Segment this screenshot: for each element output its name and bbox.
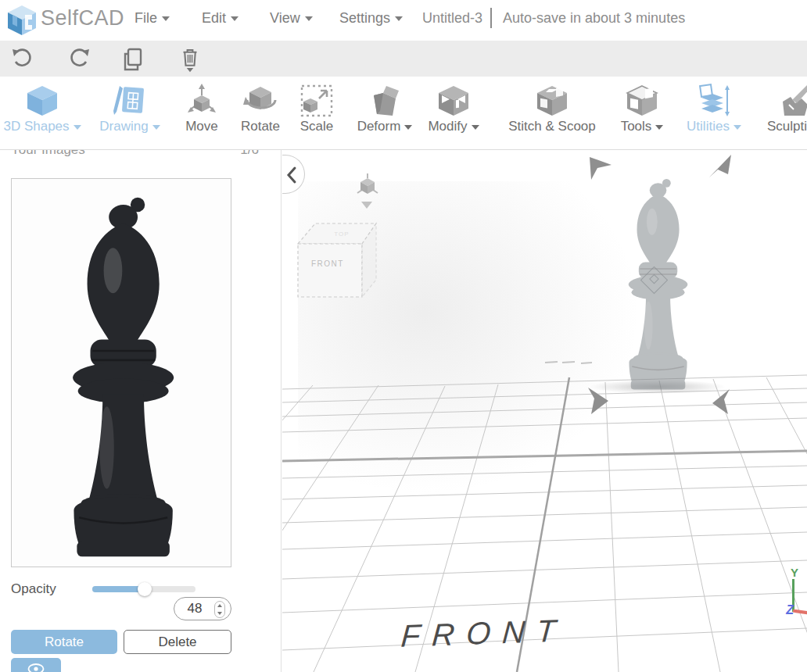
opacity-value[interactable]: 48 — [174, 601, 215, 617]
scale-icon — [299, 83, 335, 119]
opacity-slider-thumb[interactable] — [138, 582, 152, 596]
delete-button[interactable] — [177, 46, 203, 73]
opacity-slider[interactable] — [92, 586, 195, 592]
sculpting-icon — [777, 83, 807, 119]
menu-view[interactable]: View — [270, 10, 313, 27]
opacity-slider-fill — [92, 586, 144, 592]
rotate-image-button[interactable]: Rotate — [11, 630, 117, 654]
rotate-handle-bottom-left[interactable] — [586, 386, 613, 416]
chess-bishop-image — [18, 188, 224, 559]
eye-icon — [27, 663, 45, 672]
menu-edit[interactable]: Edit — [202, 10, 239, 27]
chevron-down-icon — [74, 125, 81, 130]
axis-z-label: Z — [786, 603, 794, 617]
quick-action-bar — [0, 41, 807, 77]
axis-widget-button[interactable] — [354, 172, 381, 198]
modify-icon — [436, 83, 472, 119]
redo-icon — [66, 46, 92, 73]
toolbar-utilities[interactable]: Utilities — [677, 81, 751, 147]
rotate-icon — [242, 83, 278, 119]
axis-y-label: Y — [791, 566, 798, 579]
toolbar-modify[interactable]: Modify — [422, 81, 485, 147]
pivot-inner-icon — [649, 274, 659, 284]
panel-title: Your Images — [11, 150, 85, 158]
visibility-toggle-button[interactable] — [11, 658, 61, 672]
opacity-number-input[interactable]: 48 — [174, 597, 231, 620]
chevron-down-icon — [655, 125, 663, 130]
document-title[interactable]: Untitled-3 — [422, 10, 482, 27]
view-cube-front-label[interactable]: FRONT — [298, 259, 357, 268]
chevron-down-icon — [733, 125, 741, 130]
chevron-down-icon — [404, 125, 412, 130]
chevron-down-icon — [162, 16, 170, 21]
panel-pager: 1/6 — [240, 150, 259, 158]
rotate-handle-top-right[interactable] — [708, 153, 734, 180]
toolbar-tools[interactable]: Tools — [615, 81, 669, 147]
move-icon — [184, 83, 220, 119]
chevron-down-icon — [152, 125, 160, 130]
undo-button[interactable] — [9, 46, 36, 73]
chevron-down-icon — [305, 16, 313, 21]
toolbar-deform[interactable]: Deform — [350, 81, 419, 147]
view-cube-top-label: TOP — [312, 231, 371, 238]
menu-file[interactable]: File — [134, 10, 170, 27]
chevron-down-icon — [395, 16, 403, 21]
delete-image-button[interactable]: Delete — [124, 630, 231, 654]
rotate-handle-bottom-right[interactable] — [709, 388, 736, 417]
selfcad-logo-icon — [6, 5, 38, 36]
trash-icon — [177, 46, 203, 73]
axis-gizmo: Y Z — [776, 566, 807, 625]
cube-icon — [24, 83, 60, 119]
chevron-down-icon — [231, 16, 239, 21]
step-down-icon — [217, 612, 222, 615]
redo-button[interactable] — [66, 46, 92, 73]
tools-icon — [624, 83, 660, 119]
drawing-icon — [112, 83, 148, 119]
chevron-left-icon — [284, 166, 299, 184]
menu-bar: SelfCAD File Edit View Settings Untitled… — [0, 0, 807, 41]
main-toolbar: 3D Shapes Drawing Move — [0, 77, 807, 150]
toolbar-drawing[interactable]: Drawing — [88, 81, 172, 147]
toolbar-move[interactable]: Move — [178, 81, 225, 147]
chevron-down-icon[interactable] — [361, 202, 372, 209]
floor-front-label: FRONT — [400, 613, 568, 654]
undo-icon — [9, 46, 36, 73]
view-cube[interactable]: TOP FRONT — [293, 220, 379, 300]
chevron-down-icon — [472, 125, 479, 130]
opacity-label: Opacity — [11, 581, 56, 597]
stepper-arrows[interactable] — [214, 601, 225, 618]
title-divider — [490, 8, 492, 28]
autosave-status: Auto-save in about 3 minutes — [503, 10, 685, 27]
step-up-icon — [217, 604, 222, 607]
images-panel: Your Images 1/6 Opacity 48 Rotate Delete — [0, 150, 282, 672]
toolbar-rotate[interactable]: Rotate — [235, 81, 286, 147]
toolbar-sculpting[interactable]: Sculpting — [755, 81, 807, 147]
3d-viewport[interactable]: TOP FRONT FRONT Y Z — [282, 150, 807, 672]
toolbar-stitch-scoop[interactable]: Stitch & Scoop — [497, 81, 607, 147]
app-title: SelfCAD — [41, 6, 124, 30]
deform-icon — [367, 83, 403, 119]
axis-cube-icon — [354, 172, 381, 198]
duplicate-icon — [120, 46, 147, 73]
rotate-handle-top-left[interactable] — [587, 155, 614, 181]
stitch-scoop-icon — [534, 83, 570, 119]
toolbar-scale[interactable]: Scale — [292, 81, 341, 147]
duplicate-button[interactable] — [120, 46, 147, 73]
reference-image-thumbnail[interactable] — [11, 178, 231, 567]
axis-x-line — [793, 609, 807, 615]
utilities-icon — [696, 83, 732, 119]
toolbar-3d-shapes[interactable]: 3D Shapes — [0, 81, 84, 147]
menu-settings[interactable]: Settings — [339, 10, 403, 27]
